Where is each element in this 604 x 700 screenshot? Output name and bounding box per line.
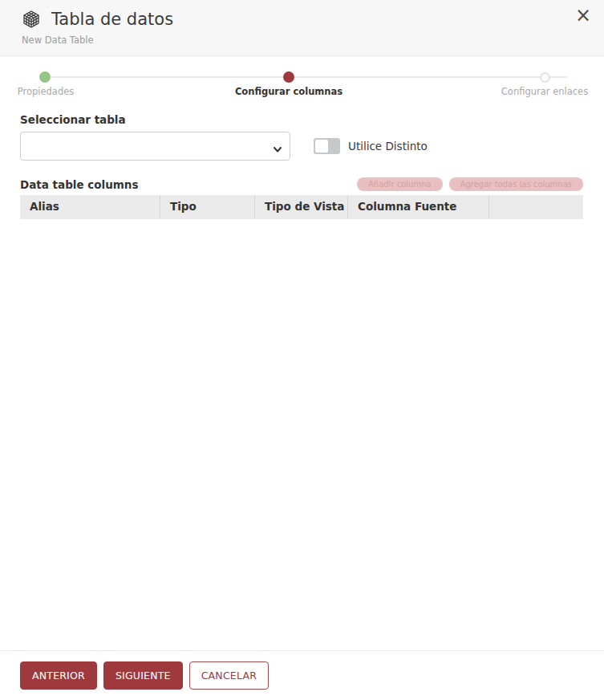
columns-table-body xyxy=(20,219,583,227)
table-select[interactable] xyxy=(20,132,290,161)
use-distinct-label: Utilice Distinto xyxy=(348,140,428,153)
cube-icon xyxy=(22,9,41,30)
step-dot-configurar-enlaces[interactable] xyxy=(540,72,550,83)
anterior-button[interactable]: ANTERIOR xyxy=(20,661,97,690)
page-title: Tabla de datos xyxy=(51,10,173,29)
step-dot-configurar-columnas[interactable] xyxy=(283,71,294,83)
step-label-propiedades[interactable]: Propiedades xyxy=(18,86,75,97)
data-table-columns-title: Data table columns xyxy=(20,178,139,191)
column-header-alias: Alias xyxy=(20,195,160,219)
columns-table-header-row: Alias Tipo Tipo de Vista Columna Fuente xyxy=(20,195,583,219)
modal-footer: ANTERIOR SIGUIENTE CANCELAR xyxy=(0,650,604,700)
siguiente-button[interactable]: SIGUIENTE xyxy=(103,661,183,690)
wizard-stepper: Propiedades Configurar columnas Configur… xyxy=(0,56,604,98)
close-icon[interactable]: × xyxy=(572,4,594,26)
page-subtitle: New Data Table xyxy=(22,35,584,46)
select-table-label: Seleccionar tabla xyxy=(20,113,583,126)
add-all-columns-button[interactable]: Agregar todas las columnas xyxy=(449,177,583,191)
empty-area xyxy=(20,227,583,650)
modal-content: Seleccionar tabla Utilice Distinto Data … xyxy=(0,98,604,650)
column-header-tipo: Tipo xyxy=(160,195,255,219)
columns-table: Alias Tipo Tipo de Vista Columna Fuente xyxy=(20,195,583,227)
data-table-modal: Tabla de datos New Data Table × Propieda… xyxy=(0,0,604,700)
chevron-down-icon xyxy=(273,142,282,157)
add-column-button[interactable]: Añadir columna xyxy=(357,177,443,191)
toggle-knob xyxy=(315,140,328,153)
step-label-configurar-enlaces[interactable]: Configurar enlaces xyxy=(501,86,588,97)
column-header-actions xyxy=(489,195,583,219)
cancelar-button[interactable]: CANCELAR xyxy=(189,661,269,690)
step-label-configurar-columnas[interactable]: Configurar columnas xyxy=(235,86,343,97)
modal-header: Tabla de datos New Data Table × xyxy=(0,0,604,56)
column-header-tipo-de-vista: Tipo de Vista xyxy=(255,195,348,219)
column-header-columna-fuente: Columna Fuente xyxy=(348,195,489,219)
use-distinct-toggle[interactable] xyxy=(314,138,340,154)
stepper-track xyxy=(45,76,567,78)
step-dot-propiedades[interactable] xyxy=(39,71,51,83)
